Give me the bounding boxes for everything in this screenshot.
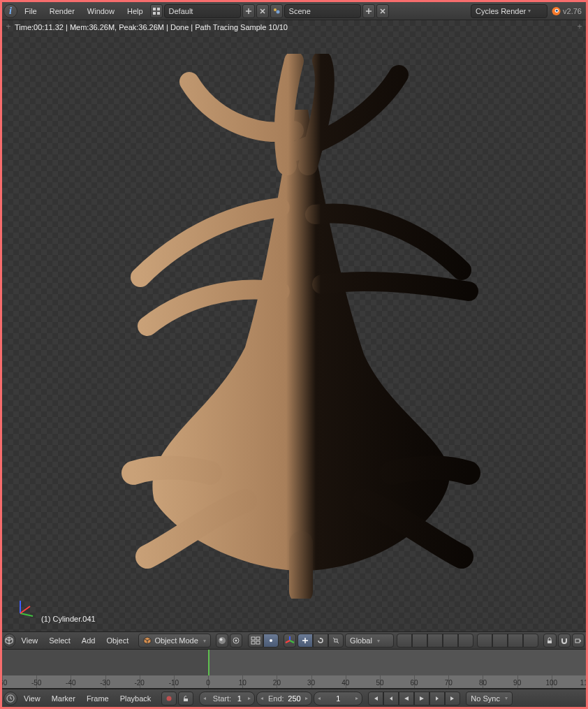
chevron-right-icon: ▸ xyxy=(304,695,309,701)
view3d-menu-view[interactable]: View xyxy=(17,636,43,645)
prev-key-icon xyxy=(388,695,395,702)
frame-start-value: 1 xyxy=(237,694,242,703)
scene-layers-2 xyxy=(477,634,538,648)
magnet-icon xyxy=(561,637,568,644)
frame-start-field[interactable]: ◂ Start: 1 ▸ xyxy=(199,692,255,706)
ruler-tick-label: -10 xyxy=(169,679,179,687)
play-reverse-button[interactable] xyxy=(399,692,414,706)
jump-next-keyframe-button[interactable] xyxy=(429,692,445,706)
layout-browse-button[interactable] xyxy=(150,4,163,18)
svg-rect-24 xyxy=(335,639,337,642)
timeline-menu-frame[interactable]: Frame xyxy=(82,694,114,703)
layout-name-text: Default xyxy=(169,7,193,15)
timeline-ruler[interactable]: -60-50-40-30-20-100102030405060708090100… xyxy=(2,675,586,688)
auto-keyframe-toggle[interactable] xyxy=(161,692,177,706)
menu-render[interactable]: Render xyxy=(44,7,80,15)
svg-line-22 xyxy=(290,641,294,643)
layer-dot-icon xyxy=(267,637,274,644)
scene-layer-button[interactable] xyxy=(492,634,508,648)
collapse-corner-icon[interactable]: + xyxy=(3,22,13,31)
svg-point-15 xyxy=(235,640,237,642)
layer-active-button[interactable] xyxy=(263,634,279,648)
play-button[interactable] xyxy=(414,692,429,706)
frame-end-field[interactable]: ◂ End: 250 ▸ xyxy=(256,692,312,706)
layers-group-a xyxy=(248,634,279,648)
scene-add-button[interactable] xyxy=(362,4,375,18)
timeline-menu-marker[interactable]: Marker xyxy=(47,694,80,703)
scene-layer-button[interactable] xyxy=(458,634,473,648)
viewport-3d[interactable]: Time:00:11.32 | Mem:36.26M, Peak:36.26M … xyxy=(2,20,586,631)
scene-layer-button[interactable] xyxy=(412,634,427,648)
svg-line-23 xyxy=(286,641,290,643)
manipulator-axis-icon xyxy=(285,636,295,645)
scene-layer-button[interactable] xyxy=(397,634,412,648)
scene-browse-button[interactable] xyxy=(270,4,283,18)
timeline-area[interactable]: -60-50-40-30-20-100102030405060708090100… xyxy=(2,650,586,689)
editor-type-timeline-icon[interactable] xyxy=(3,692,17,706)
scene-name-field[interactable]: Scene xyxy=(284,4,361,18)
transform-orientation-dropdown[interactable]: Global xyxy=(345,634,394,648)
timeline-menu-view[interactable]: View xyxy=(19,694,45,703)
manipulator-toggle[interactable] xyxy=(284,634,296,648)
view3d-menu-add[interactable]: Add xyxy=(77,636,101,645)
interaction-mode-dropdown[interactable]: Object Mode xyxy=(138,634,210,648)
render-engine-dropdown[interactable]: Cycles Render xyxy=(471,4,547,18)
opengl-render-button[interactable] xyxy=(572,634,585,648)
scene-layer-button[interactable] xyxy=(508,634,523,648)
ruler-tick-label: 50 xyxy=(376,679,383,687)
manipulator-rotate[interactable] xyxy=(313,634,328,648)
ruler-tick-label: -50 xyxy=(31,679,41,687)
scene-layer-button[interactable] xyxy=(523,634,538,648)
scene-layers-1 xyxy=(397,634,473,648)
scene-layer-button[interactable] xyxy=(427,634,443,648)
svg-point-8 xyxy=(556,9,558,11)
menu-window[interactable]: Window xyxy=(82,7,120,15)
scene-delete-button[interactable] xyxy=(376,4,389,18)
pivot-center-icon xyxy=(232,636,240,645)
svg-point-28 xyxy=(167,696,172,701)
svg-rect-1 xyxy=(157,8,160,10)
view3d-menu-select[interactable]: Select xyxy=(44,636,75,645)
manipulator-scale[interactable] xyxy=(328,634,344,648)
view3d-menu-object[interactable]: Object xyxy=(101,636,133,645)
editor-type-3dview-icon[interactable] xyxy=(3,634,15,648)
split-corner-icon[interactable]: + xyxy=(575,22,585,31)
pivot-dropdown[interactable] xyxy=(230,634,242,648)
ruler-tick-label: -40 xyxy=(66,679,75,687)
view3d-header: View Select Add Object Object Mode xyxy=(2,631,586,650)
jump-prev-keyframe-button[interactable] xyxy=(383,692,399,706)
scene-layer-button[interactable] xyxy=(477,634,492,648)
chevron-right-icon: ▸ xyxy=(355,695,359,701)
current-frame-field[interactable]: ◂ 1 ▸ xyxy=(314,692,362,706)
layout-add-button[interactable] xyxy=(242,4,255,18)
jump-to-end-button[interactable] xyxy=(445,692,460,706)
transform-orientation-text: Global xyxy=(350,636,372,645)
active-object-label: (1) Cylinder.041 xyxy=(41,615,96,623)
timeline-header: View Marker Frame Playback ◂ Start: 1 ▸ … xyxy=(2,689,586,707)
manipulator-translate[interactable] xyxy=(297,634,313,648)
svg-rect-18 xyxy=(251,641,255,644)
jump-to-start-button[interactable] xyxy=(368,692,383,706)
timeline-menu-playback[interactable]: Playback xyxy=(115,694,156,703)
ruler-tick-label: 90 xyxy=(513,679,521,687)
viewport-shading-dropdown[interactable] xyxy=(216,634,228,648)
sync-mode-dropdown[interactable]: No Sync xyxy=(466,692,513,706)
editor-type-info-icon[interactable]: i xyxy=(3,4,17,18)
interaction-mode-text: Object Mode xyxy=(154,636,198,645)
lock-camera-button[interactable] xyxy=(543,634,556,648)
blender-logo-icon xyxy=(549,5,561,17)
scene-layer-button[interactable] xyxy=(443,634,458,648)
menu-help[interactable]: Help xyxy=(122,7,149,15)
ruler-tick-label: 80 xyxy=(479,679,487,687)
svg-rect-26 xyxy=(575,639,580,643)
sync-mode-text: No Sync xyxy=(471,694,500,703)
svg-line-11 xyxy=(20,606,30,613)
svg-rect-3 xyxy=(157,12,160,15)
frame-end-value: 250 xyxy=(288,694,300,703)
menu-file[interactable]: File xyxy=(19,7,43,15)
layout-name-field[interactable]: Default xyxy=(164,4,241,18)
snap-toggle[interactable] xyxy=(558,634,571,648)
layers-button[interactable] xyxy=(248,634,263,648)
keyingset-lock-toggle[interactable] xyxy=(178,692,193,706)
layout-delete-button[interactable] xyxy=(256,4,269,18)
